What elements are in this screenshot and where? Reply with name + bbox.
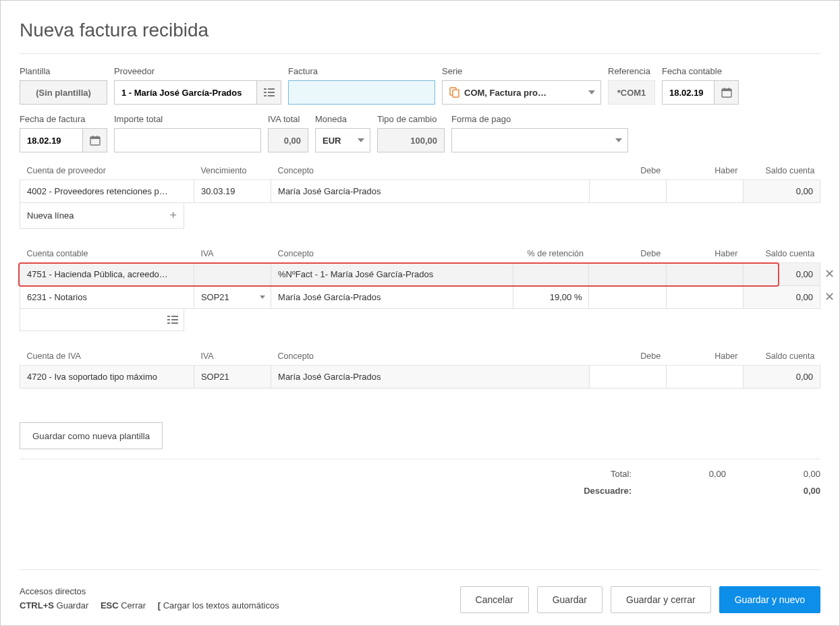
cell-cuenta[interactable]: 4751 - Hacienda Pública, acreedo… bbox=[20, 263, 194, 286]
chevron-down-icon bbox=[358, 138, 364, 142]
cell-iva[interactable] bbox=[194, 263, 271, 286]
col-iva: IVA bbox=[194, 245, 271, 263]
proveedor-input[interactable] bbox=[115, 81, 256, 104]
fecha-factura-picker-button[interactable] bbox=[83, 128, 107, 152]
lookup-icon bbox=[167, 315, 178, 324]
serie-icon bbox=[449, 87, 460, 98]
cell-debe[interactable] bbox=[589, 286, 666, 309]
col-concepto: Concepto bbox=[271, 162, 589, 180]
cell-saldo: 0,00 bbox=[743, 286, 820, 309]
cell-cuenta[interactable]: 4002 - Proveedores retenciones p… bbox=[20, 180, 194, 203]
descuadre-label: Descuadre: bbox=[544, 486, 632, 496]
table-row[interactable]: 6231 - Notarios SOP21 María José García-… bbox=[20, 286, 820, 309]
col-iva: IVA bbox=[194, 347, 271, 366]
new-line-label: Nueva línea bbox=[27, 210, 74, 221]
iva-grid: Cuenta de IVA IVA Concepto Debe Haber Sa… bbox=[20, 347, 820, 389]
new-line-button[interactable]: Nueva línea + bbox=[20, 203, 184, 229]
svg-rect-21 bbox=[171, 322, 178, 324]
proveedor-grid: Cuenta de proveedor Vencimiento Concepto… bbox=[20, 162, 820, 203]
cell-haber[interactable] bbox=[666, 366, 743, 389]
cell-vencimiento[interactable]: 30.03.19 bbox=[194, 180, 271, 203]
cell-haber[interactable] bbox=[666, 180, 743, 203]
cell-debe[interactable] bbox=[589, 263, 666, 286]
save-close-button[interactable]: Guardar y cerrar bbox=[611, 586, 711, 613]
cell-debe[interactable] bbox=[589, 180, 666, 203]
svg-rect-9 bbox=[722, 89, 731, 91]
col-debe: Debe bbox=[589, 162, 666, 180]
col-vencimiento: Vencimiento bbox=[194, 162, 271, 180]
cell-retencion[interactable] bbox=[513, 263, 589, 286]
plantilla-select[interactable]: (Sin plantilla) bbox=[20, 80, 107, 105]
col-haber: Haber bbox=[666, 162, 743, 180]
col-haber: Haber bbox=[666, 245, 743, 263]
proveedor-lookup-button[interactable] bbox=[257, 80, 281, 105]
factura-input[interactable] bbox=[289, 81, 435, 104]
cancel-button[interactable]: Cancelar bbox=[460, 586, 529, 613]
moneda-value: EUR bbox=[323, 136, 341, 146]
col-cuenta-iva: Cuenta de IVA bbox=[20, 347, 194, 366]
col-concepto: Concepto bbox=[271, 245, 513, 263]
cell-concepto[interactable]: María José García-Prados bbox=[271, 286, 513, 309]
chevron-down-icon bbox=[260, 295, 265, 299]
svg-rect-15 bbox=[96, 136, 98, 138]
forma-pago-label: Forma de pago bbox=[451, 114, 628, 124]
contable-grid: Cuenta contable IVA Concepto % de retenc… bbox=[20, 245, 820, 309]
cell-concepto[interactable]: %NºFact - 1- María José García-Prados bbox=[271, 263, 513, 286]
svg-rect-18 bbox=[167, 319, 170, 320]
svg-rect-5 bbox=[268, 95, 275, 96]
svg-rect-17 bbox=[171, 316, 178, 317]
svg-rect-11 bbox=[728, 88, 729, 90]
importe-total-label: Importe total bbox=[114, 114, 261, 124]
cell-iva[interactable]: SOP21 bbox=[194, 286, 271, 309]
table-row[interactable]: 4720 - Iva soportado tipo máximo SOP21 M… bbox=[20, 366, 820, 389]
cell-haber[interactable] bbox=[666, 263, 743, 286]
cell-retencion[interactable]: 19,00 % bbox=[513, 286, 589, 309]
table-row[interactable]: 4751 - Hacienda Pública, acreedo… %NºFac… bbox=[20, 263, 820, 286]
tipo-cambio-label: Tipo de cambio bbox=[377, 114, 445, 124]
fecha-factura-input[interactable] bbox=[20, 129, 82, 152]
delete-row-button[interactable]: ✕ bbox=[823, 291, 835, 303]
save-button[interactable]: Guardar bbox=[537, 586, 603, 613]
save-new-button[interactable]: Guardar y nuevo bbox=[719, 586, 820, 613]
serie-label: Serie bbox=[442, 66, 601, 76]
factura-label: Factura bbox=[288, 66, 435, 76]
total-debe: 0,00 bbox=[672, 469, 726, 479]
cell-concepto[interactable]: María José García-Prados bbox=[271, 180, 589, 203]
cell-debe[interactable] bbox=[589, 366, 666, 389]
svg-rect-7 bbox=[453, 90, 459, 97]
forma-pago-select[interactable] bbox=[451, 128, 628, 152]
svg-rect-20 bbox=[167, 322, 170, 324]
referencia-label: Referencia bbox=[608, 66, 655, 76]
calendar-icon bbox=[90, 135, 101, 146]
serie-select[interactable]: COM, Factura pro… bbox=[442, 80, 601, 105]
total-haber: 0,00 bbox=[766, 469, 820, 479]
contable-cuenta-lookup[interactable] bbox=[20, 308, 184, 331]
plantilla-label: Plantilla bbox=[20, 66, 107, 76]
fecha-contable-label: Fecha contable bbox=[662, 66, 739, 76]
svg-rect-19 bbox=[171, 319, 178, 320]
fecha-contable-picker-button[interactable] bbox=[715, 80, 739, 105]
save-template-button[interactable]: Guardar como nueva plantilla bbox=[20, 422, 163, 449]
tipo-cambio-value: 100,00 bbox=[377, 128, 445, 152]
cell-saldo: 0,00 bbox=[743, 180, 820, 203]
chevron-down-icon bbox=[588, 90, 595, 94]
proveedor-label: Proveedor bbox=[114, 66, 281, 76]
col-retencion: % de retención bbox=[513, 245, 589, 263]
iva-total-value: 0,00 bbox=[268, 128, 308, 152]
col-cuenta-proveedor: Cuenta de proveedor bbox=[20, 162, 194, 180]
cell-haber[interactable] bbox=[666, 286, 743, 309]
cell-saldo: 0,00 bbox=[743, 263, 820, 286]
svg-rect-13 bbox=[90, 137, 100, 139]
svg-rect-14 bbox=[92, 136, 94, 138]
cell-cuenta[interactable]: 6231 - Notarios bbox=[20, 286, 194, 309]
moneda-select[interactable]: EUR bbox=[315, 128, 370, 152]
col-cuenta-contable: Cuenta contable bbox=[20, 245, 194, 263]
serie-value: COM, Factura pro… bbox=[464, 88, 547, 98]
importe-total-input[interactable] bbox=[115, 129, 260, 152]
delete-row-button[interactable]: ✕ bbox=[823, 268, 835, 280]
referencia-value: *COM1 bbox=[608, 80, 655, 105]
fecha-contable-input[interactable] bbox=[663, 81, 714, 104]
table-row[interactable]: 4002 - Proveedores retenciones p… 30.03.… bbox=[20, 180, 820, 203]
col-haber: Haber bbox=[666, 347, 743, 366]
page-title: Nueva factura recibida bbox=[20, 1, 820, 53]
